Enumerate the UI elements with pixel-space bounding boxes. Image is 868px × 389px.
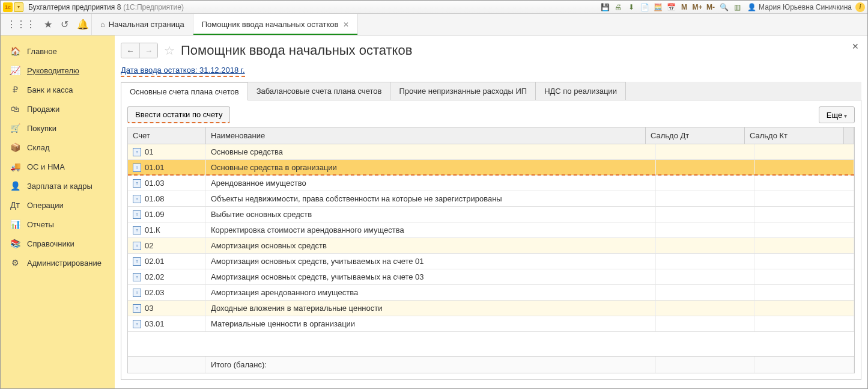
sidebar-item-3[interactable]: 🛍Продажи xyxy=(1,99,115,118)
sidebar-icon: 🏠 xyxy=(9,46,21,56)
tab-assistant[interactable]: Помощник ввода начальных остатков ✕ xyxy=(193,14,359,35)
table-row[interactable]: т01.09Выбытие основных средств xyxy=(128,207,854,222)
sidebar-item-8[interactable]: ДтОперации xyxy=(1,195,115,215)
sidebar-label: Склад xyxy=(27,143,50,152)
sidebar-label: Отчеты xyxy=(27,220,54,229)
user-label[interactable]: 👤 Мария Юрьевна Синичкина xyxy=(747,3,852,11)
subtab-2[interactable]: Прочие непризнанные расходы ИП xyxy=(390,82,536,100)
sidebar-label: Банк и касса xyxy=(27,85,73,94)
date-entry-link[interactable]: Дата ввода остатков: 31.12.2018 г. xyxy=(121,66,245,77)
grid-body[interactable]: т01Основные средстват01.01Основные средс… xyxy=(128,144,854,356)
app-title: Бухгалтерия предприятия 8 xyxy=(28,3,121,11)
sidebar-item-0[interactable]: 🏠Главное xyxy=(1,41,115,61)
sidebar-item-6[interactable]: 🚚ОС и НМА xyxy=(1,157,115,176)
nav-back-button[interactable]: ← xyxy=(121,43,139,58)
account-name: Объекты недвижимости, права собственност… xyxy=(206,191,656,206)
app-logo-icon: 1c xyxy=(3,2,13,12)
print-icon[interactable]: 🖨 xyxy=(613,2,624,13)
favorite-star-icon[interactable]: ☆ xyxy=(164,43,175,58)
saldo-dt-cell xyxy=(656,285,755,300)
account-code: 02.03 xyxy=(145,288,165,297)
sidebar-item-11[interactable]: ⚙Администрирование xyxy=(1,253,115,272)
sidebar-icon: 🚚 xyxy=(9,162,21,171)
sidebar-item-4[interactable]: 🛒Покупки xyxy=(1,118,115,138)
sidebar-item-10[interactable]: 📚Справочники xyxy=(1,234,115,253)
col-scroll-spacer xyxy=(844,127,854,144)
saldo-dt-cell xyxy=(656,254,755,269)
account-icon: т xyxy=(133,148,141,156)
sidebar-label: Покупки xyxy=(27,124,56,133)
subtab-0[interactable]: Основные счета плана счетов xyxy=(121,82,248,100)
account-icon: т xyxy=(133,304,141,313)
saldo-kt-cell xyxy=(755,176,854,191)
table-row[interactable]: т02.03Амортизация арендованного имуществ… xyxy=(128,285,854,301)
sidebar-item-2[interactable]: ₽Банк и касса xyxy=(1,80,115,99)
table-row[interactable]: т01.08Объекты недвижимости, права собств… xyxy=(128,191,854,207)
col-saldo-dt[interactable]: Сальдо Дт xyxy=(646,127,745,144)
table-row[interactable]: т02.02Амортизация основных средств, учит… xyxy=(128,269,854,285)
nav-forward-button[interactable]: → xyxy=(139,43,157,58)
sidebar-icon: ⚙ xyxy=(9,258,21,268)
account-code: 03 xyxy=(145,304,153,313)
table-row[interactable]: т02Амортизация основных средств xyxy=(128,238,854,254)
memory-mplus[interactable]: M+ xyxy=(692,2,703,13)
star-icon[interactable]: ★ xyxy=(44,19,52,30)
history-icon[interactable]: ↺ xyxy=(61,19,68,30)
memory-m[interactable]: M xyxy=(679,2,690,13)
download-icon[interactable]: ⬇ xyxy=(626,2,637,13)
memory-mminus[interactable]: M- xyxy=(705,2,716,13)
print2-icon[interactable]: 📄 xyxy=(639,2,650,13)
zoom-icon[interactable]: 🔍 xyxy=(718,2,729,13)
sidebar-icon: 📦 xyxy=(9,142,21,152)
calendar-icon[interactable]: 📅 xyxy=(666,2,676,13)
table-row[interactable]: т01.01Основные средства в организации xyxy=(128,160,854,176)
account-icon: т xyxy=(133,242,141,250)
account-code: 01.01 xyxy=(145,163,165,172)
account-code: 01 xyxy=(145,147,153,156)
saldo-kt-cell xyxy=(755,285,854,300)
subtab-1[interactable]: Забалансовые счета плана счетов xyxy=(247,82,391,100)
table-row[interactable]: т01.03Арендованное имущество xyxy=(128,176,854,191)
apps-icon[interactable]: ⋮⋮⋮ xyxy=(7,19,35,30)
app-menu-dropdown[interactable]: ▾ xyxy=(14,2,23,12)
user-icon: 👤 xyxy=(747,3,756,11)
account-code: 03.01 xyxy=(145,319,165,328)
sidebar-item-5[interactable]: 📦Склад xyxy=(1,138,115,157)
col-saldo-kt[interactable]: Сальдо Кт xyxy=(745,127,844,144)
table-row[interactable]: т01.ККорректировка стоимости арендованно… xyxy=(128,222,854,238)
col-account[interactable]: Счет xyxy=(128,127,206,144)
footer-total-label: Итого (баланс): xyxy=(206,357,656,373)
app-subtitle: (1С:Предприятие) xyxy=(123,3,184,11)
saldo-dt-cell xyxy=(656,301,755,316)
account-icon: т xyxy=(133,320,141,328)
tab-home[interactable]: ⌂ Начальная страница xyxy=(92,14,193,35)
table-row[interactable]: т02.01Амортизация основных средств, учит… xyxy=(128,254,854,269)
sidebar-label: Главное xyxy=(27,47,57,56)
table-row[interactable]: т01Основные средства xyxy=(128,144,854,160)
sidebar-item-7[interactable]: 👤Зарплата и кадры xyxy=(1,176,115,195)
subtab-3[interactable]: НДС по реализации xyxy=(535,82,626,100)
account-name: Корректировка стоимости арендованного им… xyxy=(206,222,656,237)
table-row[interactable]: т03.01Материальные ценности в организаци… xyxy=(128,316,854,332)
close-page-icon[interactable]: ✕ xyxy=(852,41,859,51)
saldo-dt-cell xyxy=(656,160,755,175)
account-name: Выбытие основных средств xyxy=(206,207,656,222)
panel-icon[interactable]: ▥ xyxy=(732,2,742,13)
enter-balance-button[interactable]: Ввести остатки по счету xyxy=(127,106,230,123)
save-icon[interactable]: 💾 xyxy=(599,2,610,13)
info-icon[interactable]: i xyxy=(855,2,865,12)
bell-icon[interactable]: 🔔 xyxy=(77,19,89,30)
sidebar-icon: 📊 xyxy=(9,219,21,229)
subtabs: Основные счета плана счетовЗабалансовые … xyxy=(121,82,861,100)
table-row[interactable]: т03Доходные вложения в материальные ценн… xyxy=(128,301,854,316)
account-name: Амортизация арендованного имущества xyxy=(206,285,656,300)
sidebar-item-9[interactable]: 📊Отчеты xyxy=(1,215,115,234)
saldo-kt-cell xyxy=(755,238,854,253)
col-name[interactable]: Наименование xyxy=(206,127,646,144)
sidebar-item-1[interactable]: 📈Руководителю xyxy=(1,61,115,80)
tab-close-icon[interactable]: ✕ xyxy=(343,20,349,29)
account-code: 01.08 xyxy=(145,194,165,203)
calc-icon[interactable]: 🧮 xyxy=(652,2,663,13)
account-name: Доходные вложения в материальные ценност… xyxy=(206,301,656,316)
more-button[interactable]: Еще xyxy=(819,106,855,123)
